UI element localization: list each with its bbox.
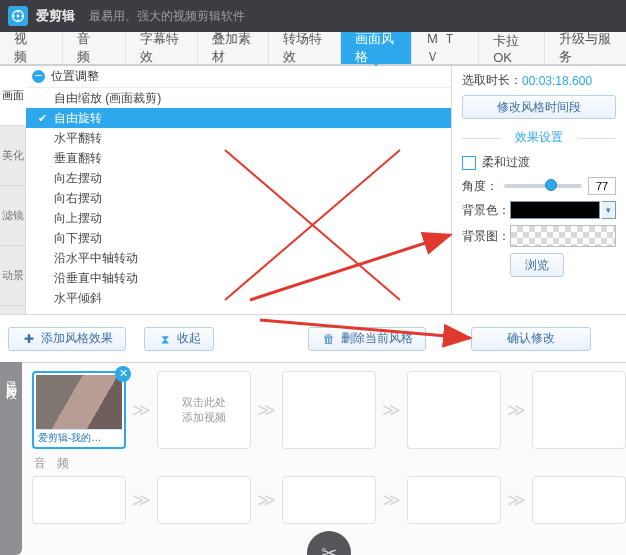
soft-transition-label: 柔和过渡: [482, 154, 530, 171]
bgimage-label: 背景图：: [462, 228, 510, 245]
rail-filter[interactable]: 滤镜: [0, 186, 25, 246]
workspace: 画面 美化 滤镜 动景 – 位置调整 自由缩放 (画面裁剪) ✔自由旋转 水平翻…: [0, 66, 626, 314]
tab-transition[interactable]: 转场特效: [269, 32, 341, 64]
tab-audio[interactable]: 音 频: [63, 32, 126, 64]
audio-clip-placeholder[interactable]: [32, 476, 126, 524]
angle-slider[interactable]: [504, 184, 582, 188]
action-bar: ✚ 添加风格效果 ⧗ 收起 🗑 删除当前风格 确认修改: [0, 314, 626, 362]
scissors-icon: ✂: [321, 541, 338, 555]
arrow-icon: ≫: [507, 489, 526, 511]
tab-upgrade[interactable]: 升级与服务: [545, 32, 626, 64]
rail-picture-label: 画面: [2, 89, 24, 102]
tab-style[interactable]: 画面风格: [341, 32, 413, 64]
rail-beauty[interactable]: 美化: [0, 126, 25, 186]
timeline: ✕ 爱剪辑-我的… ≫ 双击此处 添加视频 ≫ ≫ ≫ 音 频 ≫ ≫ ≫: [22, 362, 626, 555]
remove-clip-button[interactable]: ✕: [115, 366, 131, 382]
add-style-button[interactable]: ✚ 添加风格效果: [8, 327, 126, 351]
tab-overlay[interactable]: 叠加素材: [198, 32, 270, 64]
list-item[interactable]: 向下摆动: [26, 228, 451, 248]
edit-range-button[interactable]: 修改风格时间段: [462, 95, 616, 119]
list-item[interactable]: 沿水平中轴转动: [26, 248, 451, 268]
browse-button[interactable]: 浏览: [510, 253, 564, 277]
cut-button[interactable]: ✂: [307, 531, 351, 555]
app-logo: [8, 6, 28, 26]
video-clip[interactable]: ✕ 爱剪辑-我的…: [32, 371, 126, 449]
title-bar: 爱剪辑 最易用、强大的视频剪辑软件: [0, 0, 626, 32]
arrow-icon: ≫: [507, 399, 526, 421]
hourglass-icon: ⧗: [157, 331, 172, 346]
effect-list-pane: – 位置调整 自由缩放 (画面裁剪) ✔自由旋转 水平翻转 垂直翻转 向左摆动 …: [26, 66, 452, 314]
audio-track: ≫ ≫ ≫ ≫: [32, 476, 626, 524]
settings-group-title: 效果设置: [462, 129, 616, 146]
selection-length-label: 选取时长：: [462, 72, 522, 89]
timeline-area: 已添加片段 ✕ 爱剪辑-我的… ≫ 双击此处 添加视频 ≫ ≫ ≫ 音 频 ≫: [0, 362, 626, 555]
timeline-side-tab[interactable]: 已添加片段: [0, 362, 22, 555]
list-item[interactable]: 水平倾斜: [26, 288, 451, 308]
arrow-icon: ≫: [382, 399, 401, 421]
video-clip-placeholder[interactable]: 双击此处 添加视频: [157, 371, 251, 449]
svg-point-3: [17, 19, 19, 21]
effect-list[interactable]: 自由缩放 (画面裁剪) ✔自由旋转 水平翻转 垂直翻转 向左摆动 向右摆动 向上…: [26, 88, 451, 308]
wand-icon: ✚: [21, 331, 36, 346]
bgcolor-dropdown[interactable]: ▾: [602, 201, 616, 219]
list-item[interactable]: 向左摆动: [26, 168, 451, 188]
list-item[interactable]: 向右摆动: [26, 188, 451, 208]
tab-video[interactable]: 视 频: [0, 32, 63, 64]
tab-subtitle[interactable]: 字幕特效: [126, 32, 198, 64]
audio-clip-placeholder[interactable]: [157, 476, 251, 524]
angle-input[interactable]: [588, 177, 616, 195]
main-tabs: 视 频 音 频 字幕特效 叠加素材 转场特效 画面风格 Ｍ Ｔ Ｖ 卡拉OK 升…: [0, 32, 626, 66]
confirm-button[interactable]: 确认修改: [471, 327, 591, 351]
soft-transition-checkbox[interactable]: [462, 156, 476, 170]
soft-transition-row[interactable]: 柔和过渡: [462, 154, 616, 171]
list-item[interactable]: 自由缩放 (画面裁剪): [26, 88, 451, 108]
rail-motion[interactable]: 动景: [0, 246, 25, 306]
rail-filter-label: 滤镜: [2, 209, 24, 222]
audio-clip-placeholder[interactable]: [282, 476, 376, 524]
list-item[interactable]: 向上摆动: [26, 208, 451, 228]
list-item[interactable]: 垂直翻转: [26, 148, 451, 168]
category-rail: 画面 美化 滤镜 动景: [0, 66, 26, 314]
delete-style-button[interactable]: 🗑 删除当前风格: [308, 327, 426, 351]
arrow-icon: ≫: [257, 399, 276, 421]
video-clip-placeholder[interactable]: [282, 371, 376, 449]
video-clip-placeholder[interactable]: [407, 371, 501, 449]
audio-track-label: 音 频: [34, 455, 626, 472]
check-icon: ✔: [38, 112, 47, 125]
selection-length-value: 00:03:18.600: [522, 74, 592, 88]
effect-group-title: 位置调整: [51, 68, 99, 85]
arrow-icon: ≫: [382, 489, 401, 511]
list-item[interactable]: ✔自由旋转: [26, 108, 451, 128]
rail-picture[interactable]: 画面: [0, 66, 26, 126]
bgimage-preview: [510, 225, 616, 247]
svg-point-4: [13, 15, 15, 17]
angle-label: 角度：: [462, 178, 498, 195]
svg-point-2: [17, 11, 19, 13]
arrow-icon: ≫: [132, 399, 151, 421]
arrow-icon: ≫: [132, 489, 151, 511]
tab-karaoke[interactable]: 卡拉OK: [479, 32, 545, 64]
collapse-icon: –: [32, 70, 45, 83]
angle-slider-thumb[interactable]: [545, 179, 557, 191]
collapse-button[interactable]: ⧗ 收起: [144, 327, 214, 351]
audio-clip-placeholder[interactable]: [407, 476, 501, 524]
video-clip-placeholder[interactable]: [532, 371, 626, 449]
clip-caption: 爱剪辑-我的…: [36, 429, 122, 445]
svg-point-5: [21, 15, 23, 17]
app-name: 爱剪辑: [36, 7, 75, 25]
effect-group-header[interactable]: – 位置调整: [26, 66, 451, 88]
bgcolor-swatch[interactable]: [510, 201, 600, 219]
rail-beauty-label: 美化: [2, 149, 24, 162]
bgcolor-label: 背景色：: [462, 202, 510, 219]
app-slogan: 最易用、强大的视频剪辑软件: [89, 8, 245, 25]
audio-clip-placeholder[interactable]: [532, 476, 626, 524]
list-item[interactable]: 沿垂直中轴转动: [26, 268, 451, 288]
rail-motion-label: 动景: [2, 269, 24, 282]
trash-icon: 🗑: [321, 331, 336, 346]
settings-pane: 选取时长： 00:03:18.600 修改风格时间段 效果设置 柔和过渡 角度：…: [452, 66, 626, 314]
clip-thumbnail: [36, 375, 122, 429]
tab-mtv[interactable]: Ｍ Ｔ Ｖ: [412, 32, 479, 64]
svg-point-1: [17, 15, 20, 18]
arrow-icon: ≫: [257, 489, 276, 511]
list-item[interactable]: 水平翻转: [26, 128, 451, 148]
